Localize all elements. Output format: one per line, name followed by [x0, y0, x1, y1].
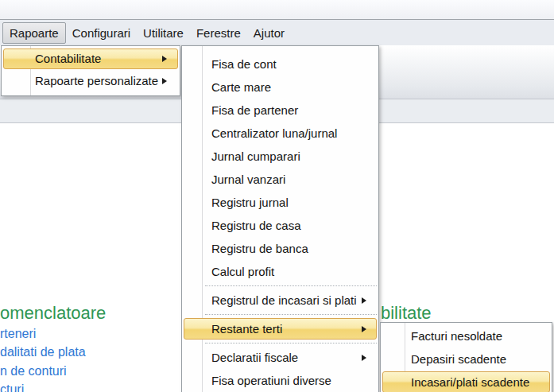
menu-item-label: Registru de banca: [211, 242, 308, 255]
menu-item-depasiri-scadente[interactable]: Depasiri scadente: [381, 347, 552, 371]
menu-item-label: Declaratii fiscale: [211, 351, 298, 364]
link-parteneri[interactable]: rteneri: [0, 327, 36, 341]
menu-item-label: Depasiri scadente: [411, 352, 506, 366]
menu-item-label: Registrul de incasari si plati: [211, 293, 357, 307]
menu-item-centralizator-luna-jurnal[interactable]: Centralizator luna/jurnal: [182, 122, 378, 145]
menu-item-registru-de-banca[interactable]: Registru de banca: [182, 237, 378, 260]
menu-item-registru-jurnal[interactable]: Registru jurnal: [182, 191, 378, 214]
menu-item-fisa-de-partener[interactable]: Fisa de partener: [182, 99, 378, 122]
menu-item-label: Fisa de cont: [211, 57, 277, 71]
menubar-item-utilitare[interactable]: Utilitare: [137, 22, 190, 44]
menu-item-facturi-nesoldate[interactable]: Facturi nesoldate: [381, 324, 552, 347]
menu-item-label: Fisa de partener: [211, 103, 298, 117]
menu-separator: [205, 285, 377, 286]
menubar-item-configurari[interactable]: Configurari: [66, 22, 137, 44]
menu-item-restante-terti[interactable]: Restante terti: [182, 317, 378, 340]
window-top-strip: [0, 0, 554, 20]
menu-separator: [205, 343, 377, 343]
submenu-arrow-icon: [162, 78, 167, 84]
app-window: Rapoarte Configurari Utilitare Ferestre …: [0, 0, 554, 392]
menu-separator: [205, 314, 377, 315]
submenu-arrow-icon: [362, 355, 366, 361]
section-heading-contabilitate: bilitate: [381, 303, 432, 324]
menu-item-carte-mare[interactable]: Carte mare: [182, 76, 378, 99]
menu-item-label: Registru jurnal: [211, 196, 289, 209]
submenu-arrow-icon: [362, 297, 366, 304]
menubar-item-ferestre[interactable]: Ferestre: [190, 22, 247, 44]
link-modalitati-de-plata[interactable]: dalitati de plata: [0, 345, 86, 359]
menu-item-label: Carte mare: [211, 80, 271, 94]
menu-item-jurnal-cumparari[interactable]: Jurnal cumparari: [182, 145, 378, 168]
menu-item-label: Calcul profit: [211, 265, 274, 278]
menu-item-label: Jurnal vanzari: [211, 173, 285, 186]
menu-item-rapoarte-personalizate[interactable]: Rapoarte personalizate: [2, 70, 180, 92]
menu-item-fisa-operatiuni-diverse[interactable]: Fisa operatiuni diverse: [182, 369, 378, 392]
menu-item-label: Registru de casa: [211, 219, 301, 232]
restante-terti-submenu: Facturi nesoldate Depasiri scadente Inca…: [380, 322, 552, 392]
menu-item-label: Jurnal cumparari: [211, 149, 300, 163]
menu-item-label: Restante terti: [211, 322, 282, 336]
menu-item-contabilitate[interactable]: Contabilitate: [2, 48, 180, 70]
menu-item-incasari-plati-scadente[interactable]: Incasari/plati scadente: [381, 371, 552, 392]
menu-item-label: Facturi nesoldate: [411, 329, 502, 343]
submenu-arrow-icon: [162, 56, 167, 62]
link-facturi[interactable]: cturi: [0, 382, 24, 392]
menu-item-calcul-profit[interactable]: Calcul profit: [182, 260, 378, 283]
menu-bar: Rapoarte Configurari Utilitare Ferestre …: [0, 20, 554, 45]
submenu-arrow-icon: [362, 326, 366, 332]
menubar-item-ajutor[interactable]: Ajutor: [247, 22, 291, 44]
menu-item-fisa-de-cont[interactable]: Fisa de cont: [182, 52, 378, 76]
menu-item-label: Contabilitate: [35, 52, 101, 65]
menu-item-registru-de-casa[interactable]: Registru de casa: [182, 214, 378, 237]
menu-item-label: Fisa operatiuni diverse: [211, 374, 331, 387]
menu-item-label: Centralizator luna/jurnal: [211, 126, 337, 140]
rapoarte-dropdown-menu: Contabilitate Rapoarte personalizate: [1, 45, 180, 96]
menubar-item-rapoarte[interactable]: Rapoarte: [2, 22, 66, 44]
menu-item-label: Incasari/plati scadente: [411, 375, 529, 389]
menu-item-registrul-de-incasari-si-plati[interactable]: Registrul de incasari si plati: [182, 289, 378, 312]
menu-item-label: Rapoarte personalizate: [35, 74, 158, 87]
menu-item-declaratii-fiscale[interactable]: Declaratii fiscale: [182, 346, 378, 369]
contabilitate-submenu: Fisa de cont Carte mare Fisa de partener…: [181, 45, 379, 392]
section-heading-nomenclatoare: omenclatoare: [0, 303, 106, 324]
menu-item-jurnal-vanzari[interactable]: Jurnal vanzari: [182, 168, 378, 191]
link-plan-de-conturi[interactable]: n de conturi: [0, 364, 67, 378]
